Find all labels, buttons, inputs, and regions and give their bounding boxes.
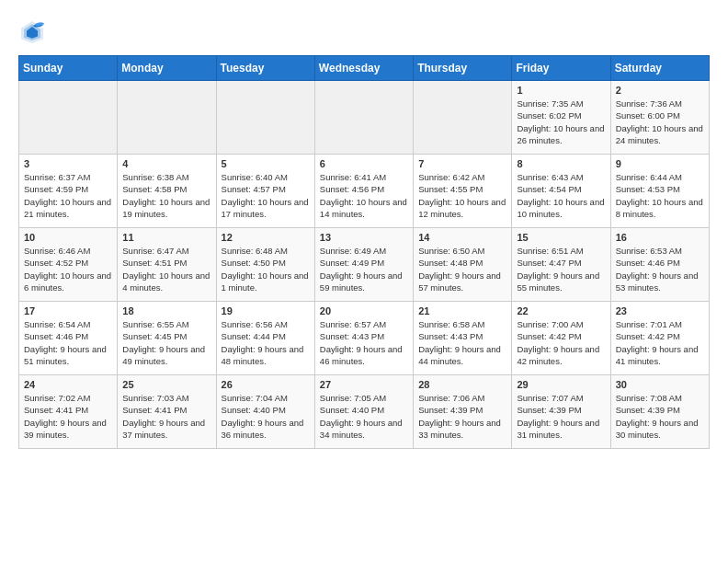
day-info: Sunrise: 6:50 AM Sunset: 4:48 PM Dayligh… — [418, 245, 506, 293]
day-info: Sunrise: 6:56 AM Sunset: 4:44 PM Dayligh… — [222, 318, 310, 367]
day-number: 22 — [517, 305, 605, 316]
day-number: 30 — [616, 379, 704, 390]
day-info: Sunrise: 7:08 AM Sunset: 4:39 PM Dayligh… — [616, 392, 704, 441]
calendar-cell: 28Sunrise: 7:06 AM Sunset: 4:39 PM Dayli… — [414, 375, 512, 449]
day-number: 13 — [320, 232, 408, 243]
day-number: 26 — [222, 379, 310, 390]
day-number: 25 — [122, 379, 210, 390]
day-number: 18 — [122, 305, 210, 316]
calendar-cell: 1Sunrise: 7:35 AM Sunset: 6:02 PM Daylig… — [512, 81, 610, 155]
day-number: 3 — [24, 158, 112, 169]
calendar-cell: 19Sunrise: 6:56 AM Sunset: 4:44 PM Dayli… — [216, 302, 314, 375]
calendar-week-row: 1Sunrise: 7:35 AM Sunset: 6:02 PM Daylig… — [19, 81, 710, 155]
calendar-week-row: 10Sunrise: 6:46 AM Sunset: 4:52 PM Dayli… — [19, 228, 710, 302]
day-number: 15 — [517, 232, 605, 243]
calendar-cell: 22Sunrise: 7:00 AM Sunset: 4:42 PM Dayli… — [512, 302, 610, 375]
calendar-table: SundayMondayTuesdayWednesdayThursdayFrid… — [18, 55, 710, 449]
weekday-header: Saturday — [610, 56, 709, 81]
day-number: 11 — [122, 232, 210, 243]
day-info: Sunrise: 6:58 AM Sunset: 4:43 PM Dayligh… — [418, 318, 506, 367]
day-info: Sunrise: 7:07 AM Sunset: 4:39 PM Dayligh… — [517, 392, 605, 441]
weekday-header: Friday — [512, 56, 610, 81]
calendar-cell: 21Sunrise: 6:58 AM Sunset: 4:43 PM Dayli… — [414, 302, 512, 375]
calendar-week-row: 3Sunrise: 6:37 AM Sunset: 4:59 PM Daylig… — [19, 155, 710, 228]
day-info: Sunrise: 6:42 AM Sunset: 4:55 PM Dayligh… — [418, 171, 506, 220]
day-number: 16 — [616, 232, 704, 243]
calendar-cell: 6Sunrise: 6:41 AM Sunset: 4:56 PM Daylig… — [314, 155, 413, 228]
day-number: 19 — [222, 305, 310, 316]
calendar-week-row: 17Sunrise: 6:54 AM Sunset: 4:46 PM Dayli… — [19, 302, 710, 375]
day-info: Sunrise: 7:05 AM Sunset: 4:40 PM Dayligh… — [320, 392, 408, 441]
day-info: Sunrise: 6:53 AM Sunset: 4:46 PM Dayligh… — [616, 245, 704, 293]
calendar-cell: 20Sunrise: 6:57 AM Sunset: 4:43 PM Dayli… — [314, 302, 413, 375]
calendar-cell: 15Sunrise: 6:51 AM Sunset: 4:47 PM Dayli… — [512, 228, 610, 302]
day-info: Sunrise: 6:51 AM Sunset: 4:47 PM Dayligh… — [517, 245, 605, 293]
calendar-cell: 2Sunrise: 7:36 AM Sunset: 6:00 PM Daylig… — [610, 81, 709, 155]
calendar-cell — [118, 81, 216, 155]
weekday-header: Tuesday — [216, 56, 314, 81]
weekday-header: Thursday — [414, 56, 512, 81]
header — [18, 15, 710, 46]
calendar-cell: 10Sunrise: 6:46 AM Sunset: 4:52 PM Dayli… — [19, 228, 118, 302]
calendar-cell: 4Sunrise: 6:38 AM Sunset: 4:58 PM Daylig… — [118, 155, 216, 228]
day-info: Sunrise: 7:04 AM Sunset: 4:40 PM Dayligh… — [222, 392, 310, 441]
day-info: Sunrise: 6:43 AM Sunset: 4:54 PM Dayligh… — [517, 171, 605, 220]
calendar-cell: 25Sunrise: 7:03 AM Sunset: 4:41 PM Dayli… — [118, 375, 216, 449]
weekday-header-row: SundayMondayTuesdayWednesdayThursdayFrid… — [19, 56, 710, 81]
day-info: Sunrise: 6:41 AM Sunset: 4:56 PM Dayligh… — [320, 171, 408, 220]
calendar-cell — [19, 81, 118, 155]
day-info: Sunrise: 7:36 AM Sunset: 6:00 PM Dayligh… — [616, 98, 704, 146]
day-info: Sunrise: 6:46 AM Sunset: 4:52 PM Dayligh… — [24, 245, 112, 293]
calendar-cell: 13Sunrise: 6:49 AM Sunset: 4:49 PM Dayli… — [314, 228, 413, 302]
calendar-cell: 26Sunrise: 7:04 AM Sunset: 4:40 PM Dayli… — [216, 375, 314, 449]
calendar-week-row: 24Sunrise: 7:02 AM Sunset: 4:41 PM Dayli… — [19, 375, 710, 449]
day-number: 17 — [24, 305, 112, 316]
day-number: 14 — [418, 232, 506, 243]
day-number: 10 — [24, 232, 112, 243]
day-number: 4 — [122, 158, 210, 169]
calendar-cell — [216, 81, 314, 155]
day-info: Sunrise: 6:40 AM Sunset: 4:57 PM Dayligh… — [222, 171, 310, 220]
day-info: Sunrise: 7:01 AM Sunset: 4:42 PM Dayligh… — [616, 318, 704, 367]
calendar-cell — [414, 81, 512, 155]
day-info: Sunrise: 6:49 AM Sunset: 4:49 PM Dayligh… — [320, 245, 408, 293]
page: SundayMondayTuesdayWednesdayThursdayFrid… — [0, 0, 728, 464]
day-info: Sunrise: 6:37 AM Sunset: 4:59 PM Dayligh… — [24, 171, 112, 220]
day-number: 1 — [517, 85, 605, 96]
calendar-cell: 8Sunrise: 6:43 AM Sunset: 4:54 PM Daylig… — [512, 155, 610, 228]
calendar-cell: 11Sunrise: 6:47 AM Sunset: 4:51 PM Dayli… — [118, 228, 216, 302]
day-info: Sunrise: 6:54 AM Sunset: 4:46 PM Dayligh… — [24, 318, 112, 367]
day-info: Sunrise: 6:48 AM Sunset: 4:50 PM Dayligh… — [222, 245, 310, 293]
day-info: Sunrise: 6:44 AM Sunset: 4:53 PM Dayligh… — [616, 171, 704, 220]
weekday-header: Monday — [118, 56, 216, 81]
day-number: 2 — [616, 85, 704, 96]
calendar-cell: 7Sunrise: 6:42 AM Sunset: 4:55 PM Daylig… — [414, 155, 512, 228]
day-info: Sunrise: 7:06 AM Sunset: 4:39 PM Dayligh… — [418, 392, 506, 441]
calendar-cell: 5Sunrise: 6:40 AM Sunset: 4:57 PM Daylig… — [216, 155, 314, 228]
weekday-header: Sunday — [19, 56, 118, 81]
day-number: 29 — [517, 379, 605, 390]
calendar-cell: 23Sunrise: 7:01 AM Sunset: 4:42 PM Dayli… — [610, 302, 709, 375]
day-info: Sunrise: 7:02 AM Sunset: 4:41 PM Dayligh… — [24, 392, 112, 441]
logo — [18, 18, 50, 46]
day-number: 23 — [616, 305, 704, 316]
day-number: 8 — [517, 158, 605, 169]
calendar-cell: 3Sunrise: 6:37 AM Sunset: 4:59 PM Daylig… — [19, 155, 118, 228]
day-info: Sunrise: 6:47 AM Sunset: 4:51 PM Dayligh… — [122, 245, 210, 293]
calendar-cell: 14Sunrise: 6:50 AM Sunset: 4:48 PM Dayli… — [414, 228, 512, 302]
calendar-cell: 16Sunrise: 6:53 AM Sunset: 4:46 PM Dayli… — [610, 228, 709, 302]
day-info: Sunrise: 7:03 AM Sunset: 4:41 PM Dayligh… — [122, 392, 210, 441]
logo-icon — [18, 18, 46, 46]
calendar-cell: 9Sunrise: 6:44 AM Sunset: 4:53 PM Daylig… — [610, 155, 709, 228]
day-info: Sunrise: 7:35 AM Sunset: 6:02 PM Dayligh… — [517, 98, 605, 146]
day-number: 20 — [320, 305, 408, 316]
calendar-cell: 29Sunrise: 7:07 AM Sunset: 4:39 PM Dayli… — [512, 375, 610, 449]
day-number: 24 — [24, 379, 112, 390]
calendar-cell — [314, 81, 413, 155]
day-number: 12 — [222, 232, 310, 243]
calendar-cell: 30Sunrise: 7:08 AM Sunset: 4:39 PM Dayli… — [610, 375, 709, 449]
calendar-cell: 12Sunrise: 6:48 AM Sunset: 4:50 PM Dayli… — [216, 228, 314, 302]
day-number: 27 — [320, 379, 408, 390]
day-info: Sunrise: 6:57 AM Sunset: 4:43 PM Dayligh… — [320, 318, 408, 367]
calendar-cell: 27Sunrise: 7:05 AM Sunset: 4:40 PM Dayli… — [314, 375, 413, 449]
